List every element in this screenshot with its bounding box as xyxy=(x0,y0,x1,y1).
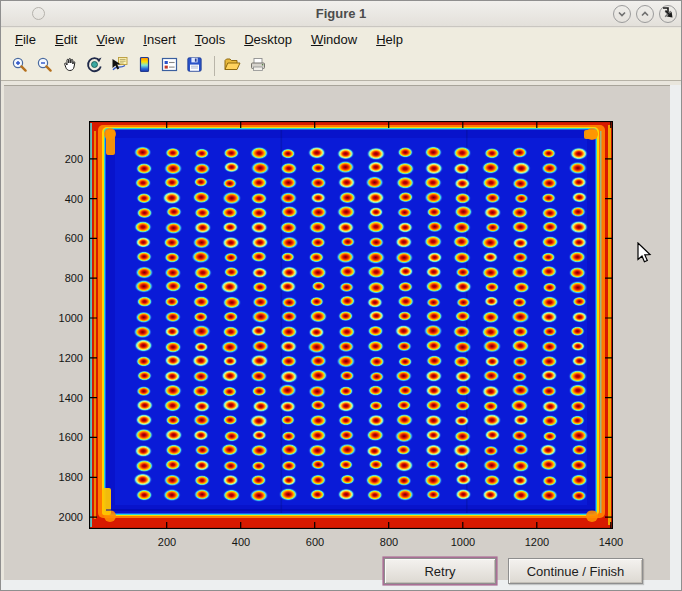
print-figure-icon xyxy=(249,56,267,76)
toolbar-insert-colorbar-button[interactable] xyxy=(132,54,157,78)
x-tick-label: 1000 xyxy=(435,536,491,548)
window-title: Figure 1 xyxy=(1,6,681,21)
chevron-up-icon xyxy=(640,7,650,22)
continue-finish-button[interactable]: Continue / Finish xyxy=(508,558,643,584)
x-tick-label: 200 xyxy=(139,536,195,548)
open-file-icon xyxy=(223,56,242,76)
maximize-button[interactable] xyxy=(636,5,654,23)
x-tick-label: 1400 xyxy=(583,536,639,548)
dock-figure-arrow-icon[interactable] xyxy=(661,5,674,18)
x-tick-label: 400 xyxy=(213,536,269,548)
menu-view[interactable]: View xyxy=(90,30,130,49)
menu-help[interactable]: Help xyxy=(370,30,409,49)
y-tick-label: 800 xyxy=(29,272,83,284)
minimize-button[interactable] xyxy=(613,5,631,23)
y-tick-label: 1200 xyxy=(29,352,83,364)
pan-icon xyxy=(61,56,78,76)
menu-tools[interactable]: Tools xyxy=(189,30,231,49)
y-tick-label: 2000 xyxy=(29,511,83,523)
figure-window: Figure 1 FileEditViewInsertToolsDesktopW… xyxy=(0,0,682,591)
x-tick-label: 1200 xyxy=(509,536,565,548)
toolbar xyxy=(1,51,681,81)
y-tick-label: 200 xyxy=(29,153,83,165)
toolbar-pan-button[interactable] xyxy=(57,54,82,78)
menu-bar: FileEditViewInsertToolsDesktopWindowHelp xyxy=(1,28,681,51)
chevron-down-icon xyxy=(617,7,627,22)
x-tick-label: 800 xyxy=(361,536,417,548)
y-tick-label: 400 xyxy=(29,193,83,205)
heatmap-image[interactable] xyxy=(89,121,613,529)
toolbar-open-file-button[interactable] xyxy=(220,54,245,78)
y-tick-label: 1000 xyxy=(29,312,83,324)
toolbar-data-cursor-button[interactable] xyxy=(107,54,132,78)
x-tick-label: 600 xyxy=(287,536,343,548)
menu-edit[interactable]: Edit xyxy=(49,30,83,49)
y-tick-label: 600 xyxy=(29,232,83,244)
zoom-in-icon xyxy=(11,56,28,76)
menu-file[interactable]: File xyxy=(9,30,42,49)
menu-desktop[interactable]: Desktop xyxy=(238,30,298,49)
insert-colorbar-icon xyxy=(136,56,153,76)
rotate-3d-icon xyxy=(86,56,103,76)
menu-insert[interactable]: Insert xyxy=(137,30,182,49)
save-figure-icon xyxy=(186,56,203,76)
toolbar-insert-legend-button[interactable] xyxy=(157,54,182,78)
data-cursor-icon xyxy=(111,56,128,76)
y-tick-label: 1800 xyxy=(29,471,83,483)
title-bar[interactable]: Figure 1 xyxy=(1,1,681,27)
y-tick-label: 1600 xyxy=(29,431,83,443)
toolbar-rotate-3d-button[interactable] xyxy=(82,54,107,78)
retry-button[interactable]: Retry xyxy=(384,558,496,584)
toolbar-print-figure-button[interactable] xyxy=(245,54,270,78)
window-right-edge xyxy=(670,85,681,591)
zoom-out-icon xyxy=(36,56,53,76)
insert-legend-icon xyxy=(161,56,178,76)
toolbar-zoom-in-button[interactable] xyxy=(7,54,32,78)
y-tick-label: 1400 xyxy=(29,392,83,404)
menu-window[interactable]: Window xyxy=(305,30,363,49)
toolbar-zoom-out-button[interactable] xyxy=(32,54,57,78)
toolbar-separator xyxy=(214,56,215,76)
toolbar-save-figure-button[interactable] xyxy=(182,54,207,78)
